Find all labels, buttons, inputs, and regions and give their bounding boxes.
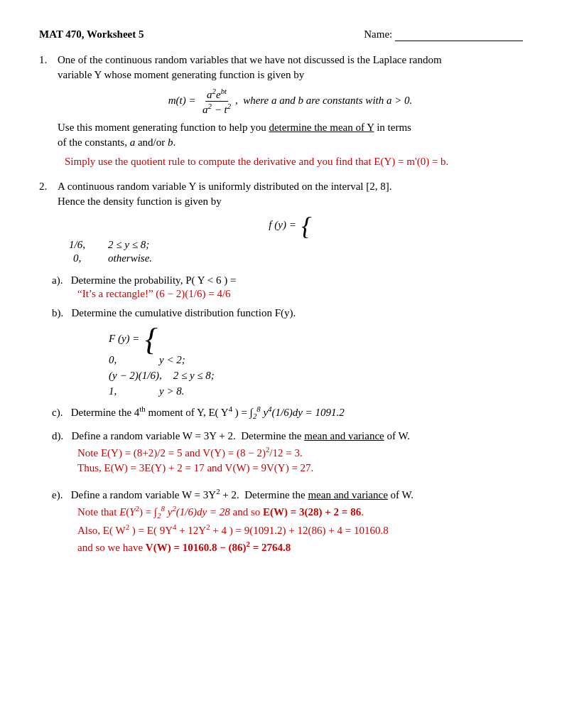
q2e-answer3: and so we have V(W) = 10160.8 − (86)2 = …: [77, 540, 523, 554]
q2-piece1-cond: 2 ≤ y ≤ 8;: [108, 239, 149, 251]
question-1: 1. One of the continuous random variable…: [39, 54, 523, 168]
q2b-piece1: 0, y < 2;: [109, 354, 523, 366]
q2-text2: Hence the density function is given by: [58, 196, 523, 208]
q2-body: A continuous random variable Y is unifor…: [58, 181, 523, 270]
q2e-text: e). Define a random variable W = 3Y2 + 2…: [52, 487, 523, 501]
q1-body: One of the continuous random variables t…: [58, 54, 523, 151]
q2b-piece3-cond: y > 8.: [159, 385, 185, 397]
q1-text3: Use this moment generating function to h…: [58, 122, 523, 134]
q1-formula-text: m(t) = a2ebt a2 − t2 , where a and b are…: [168, 95, 413, 106]
q1-frac: a2ebt a2 − t2: [201, 87, 232, 116]
q2d-answer2: Thus, E(W) = 3E(Y) + 2 = 17 and V(W) = 9…: [77, 462, 523, 474]
q2-fy-label: f (y) =: [269, 219, 298, 230]
q2b-label-text: b).: [52, 307, 63, 318]
q2b-cdf-formula: F (y) = { 0, y < 2; (y − 2)(1/6), 2 ≤ y …: [109, 325, 523, 397]
q2-number: 2.: [39, 181, 52, 270]
q2d-label: d).: [52, 430, 63, 441]
q2-part-a: a). Determine the probability, P( Y < 6 …: [52, 274, 523, 300]
q2b-piece1-val: 0,: [109, 354, 148, 366]
q1-text2: variable Y whose moment generating funct…: [58, 69, 523, 81]
q2-part-e: e). Define a random variable W = 3Y2 + 2…: [52, 487, 523, 554]
q2d-text: d). Define a random variable W = 3Y + 2.…: [52, 430, 523, 442]
name-label: Name:: [364, 28, 392, 40]
q2-brace: {: [301, 212, 311, 240]
q2a-answer: “It’s a rectangle!” (6 − 2)(1/6) = 4/6: [77, 288, 523, 300]
q2-text1: A continuous random variable Y is unifor…: [58, 181, 523, 193]
q2a-label-text: a).: [52, 274, 63, 286]
q2d-answer1: Note E(Y) = (8+2)/2 = 5 and V(Y) = (8 − …: [77, 445, 523, 459]
q2-density-formula: f (y) = { 1/6, 2 ≤ y ≤ 8; 0, otherwise.: [58, 213, 523, 264]
q2b-fy-label: F (y) =: [109, 333, 142, 344]
q2b-piece2: (y − 2)(1/6), 2 ≤ y ≤ 8;: [109, 370, 523, 382]
q1-main: 1. One of the continuous random variable…: [39, 54, 523, 151]
q2b-piecewise: 0, y < 2; (y − 2)(1/6), 2 ≤ y ≤ 8; 1, y …: [109, 354, 523, 397]
q1-text1: One of the continuous random variables t…: [58, 54, 523, 66]
name-field: Name:: [364, 28, 523, 41]
q2-piece1: 1/6, 2 ≤ y ≤ 8;: [58, 239, 523, 251]
q1-answer: Simply use the quotient rule to compute …: [65, 156, 523, 168]
q2b-brace: {: [145, 321, 158, 357]
q2-part-d: d). Define a random variable W = 3Y + 2.…: [52, 430, 523, 474]
q2e-label: e).: [52, 489, 63, 500]
q1-number: 1.: [39, 54, 52, 151]
q1-underline: determine the mean of Y: [269, 122, 374, 133]
q1-frac-den: a2 − t2: [201, 102, 232, 116]
q2b-piece1-cond: y < 2;: [159, 354, 185, 366]
q2-piece2: 0, otherwise.: [58, 252, 523, 264]
q2a-label: a). Determine the probability, P( Y < 6 …: [52, 274, 523, 287]
q2d-underline: mean and variance: [304, 430, 384, 441]
name-underline: [395, 28, 523, 41]
q2-main: 2. A continuous random variable Y is uni…: [39, 181, 523, 270]
q1-formula: m(t) = a2ebt a2 − t2 , where a and b are…: [58, 87, 523, 116]
q1-frac-num: a2ebt: [205, 87, 228, 102]
q2-piece1-val: 1/6,: [58, 239, 97, 251]
q2-piece2-val: 0,: [58, 252, 97, 264]
q2c-text: c). Determine the 4th moment of Y, E( Y4…: [52, 405, 523, 420]
q2e-answer1: Note that E(Y2) = ∫28 y2(1/6)dy = 28 and…: [77, 504, 523, 520]
q2e-answer2: Also, E( W2 ) = E( 9Y4 + 12Y2 + 4 ) = 9(…: [77, 523, 523, 537]
q2b-piece3-val: 1,: [109, 385, 148, 397]
page-header: MAT 470, Worksheet 5 Name:: [39, 28, 523, 41]
q2b-label: b). Determine the cumulative distributio…: [52, 307, 523, 319]
q2b-piece2-cond: 2 ≤ y ≤ 8;: [173, 370, 215, 382]
q2-part-b: b). Determine the cumulative distributio…: [52, 307, 523, 397]
q1-text4: of the constants, a and/or b.: [58, 136, 523, 149]
q2-piece2-cond: otherwise.: [108, 252, 152, 264]
q2b-piece3: 1, y > 8.: [109, 385, 523, 397]
q2c-integral: ∫28 y4(1/6)dy = 1091.2: [250, 407, 345, 418]
q2-piecewise: 1/6, 2 ≤ y ≤ 8; 0, otherwise.: [58, 239, 523, 264]
question-2: 2. A continuous random variable Y is uni…: [39, 181, 523, 554]
q2b-piece2-val: (y − 2)(1/6),: [109, 370, 162, 382]
q2c-label: c).: [52, 407, 63, 418]
q2-part-c: c). Determine the 4th moment of Y, E( Y4…: [52, 405, 523, 420]
q2e-underline: mean and variance: [308, 489, 387, 500]
worksheet-title: MAT 470, Worksheet 5: [39, 28, 144, 41]
